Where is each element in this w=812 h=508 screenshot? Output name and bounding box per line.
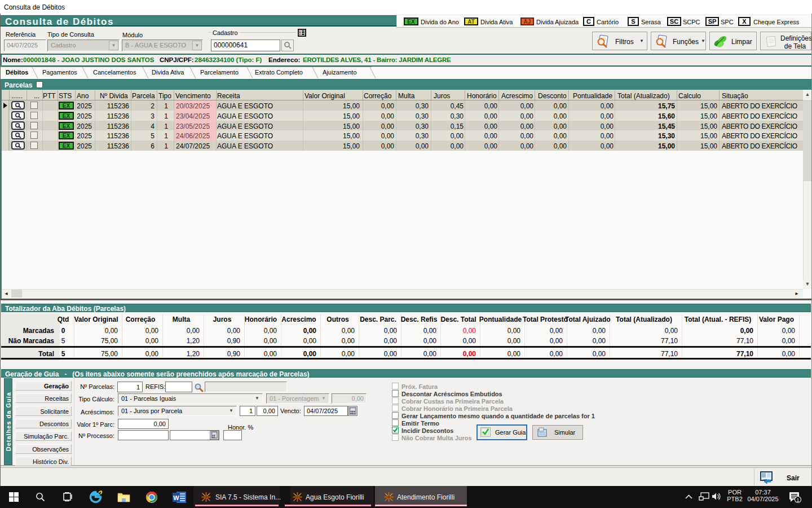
svg-text:1: 1 <box>796 497 799 503</box>
svg-text:W: W <box>173 494 179 501</box>
